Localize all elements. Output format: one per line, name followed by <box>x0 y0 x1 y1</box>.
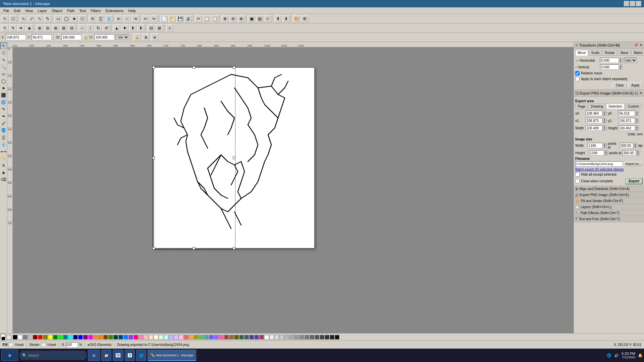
height-down[interactable]: ▼ <box>635 128 639 131</box>
export-png-float-btn[interactable]: ◱ <box>635 91 638 95</box>
redo-btn[interactable]: ↪ <box>150 15 157 22</box>
palette-color[interactable] <box>43 335 48 340</box>
menu-filters[interactable]: Filters <box>89 8 103 13</box>
snap-center-btn[interactable]: ⊕ <box>151 34 158 41</box>
palette-color[interactable] <box>264 335 269 340</box>
height-field-input[interactable] <box>618 125 635 131</box>
palette-color[interactable] <box>294 335 299 340</box>
vertical-input[interactable] <box>600 64 619 70</box>
palette-color[interactable] <box>169 335 173 340</box>
relative-move-checkbox[interactable] <box>575 71 580 75</box>
sel-handle-bm[interactable] <box>193 247 195 250</box>
sel-handle-ml[interactable] <box>152 157 155 159</box>
dpi2-up[interactable]: ▲ <box>636 150 640 153</box>
path-div[interactable]: ⊟ <box>68 24 75 32</box>
raise-btn[interactable]: ▲ <box>113 24 120 32</box>
eyedropper-btn[interactable]: 💧 <box>0 141 7 148</box>
menu-view[interactable]: View <box>23 8 35 13</box>
palette-color[interactable] <box>179 335 183 340</box>
connector-btn[interactable]: ⟷ <box>0 148 7 155</box>
bezier-tool[interactable]: ✎ <box>9 24 17 32</box>
spray-btn[interactable]: ◈ <box>0 169 7 176</box>
palette-color[interactable] <box>284 335 289 340</box>
taskbar-browser[interactable]: 🌐 <box>136 350 146 361</box>
measure-btn[interactable]: 📏 <box>0 155 7 162</box>
menu-edit[interactable]: Edit <box>12 8 22 13</box>
cut-btn[interactable]: ✂ <box>195 15 202 22</box>
dpi-down[interactable]: ▼ <box>633 145 637 148</box>
palette-color[interactable] <box>123 335 128 340</box>
obj-props-btn[interactable]: ⚙ <box>301 15 308 22</box>
x1-down[interactable]: ▼ <box>602 121 606 123</box>
zoom-tool-btn[interactable]: 🔍 <box>0 64 7 70</box>
transform-tab-scale[interactable]: Scale <box>589 50 602 56</box>
close-button[interactable]: ✕ <box>636 1 641 6</box>
zoom-1-btn[interactable]: ⊖ <box>229 15 237 22</box>
x1-up[interactable]: ▲ <box>602 118 606 121</box>
pencil-tool[interactable]: ✎ <box>44 15 51 22</box>
palette-color[interactable] <box>239 335 244 340</box>
palette-color[interactable] <box>38 335 43 340</box>
save-btn[interactable]: 💾 <box>176 15 184 22</box>
palette-color[interactable] <box>149 335 153 340</box>
lower-btn[interactable]: ▼ <box>121 24 128 32</box>
export-tab-selection[interactable]: Selection <box>606 104 625 109</box>
palette-color[interactable] <box>13 335 17 340</box>
export-tab-custom[interactable]: Custom <box>625 104 641 109</box>
align-left-btn[interactable]: ⇤ <box>115 15 123 22</box>
transform-tab-move[interactable]: Move <box>575 50 588 56</box>
export-png-close-btn[interactable]: ✕ <box>639 91 643 95</box>
palette-color[interactable] <box>133 335 138 340</box>
transform-unit-select[interactable]: mm px <box>624 58 637 63</box>
volume-icon[interactable]: 🔊 <box>614 353 619 358</box>
palette-color[interactable] <box>189 335 194 340</box>
taskbar-excel[interactable]: X <box>125 350 135 361</box>
align-distribute-panel[interactable]: ⊞ Align and Distribute (Shift+Ctrl+A) <box>574 186 644 192</box>
palette-color[interactable] <box>93 335 98 340</box>
palette-color[interactable] <box>310 335 314 340</box>
select-tool[interactable]: ↖ <box>1 15 9 22</box>
align-right-btn[interactable]: ⇥ <box>131 15 139 22</box>
flip-v-btn[interactable]: ↕ <box>87 24 94 32</box>
menu-path[interactable]: Path <box>65 8 77 13</box>
palette-color[interactable] <box>83 335 88 340</box>
none-swatch[interactable] <box>7 335 11 340</box>
network-icon[interactable]: 🌐 <box>607 353 611 358</box>
palette-color[interactable] <box>315 335 319 340</box>
select-all-btn[interactable]: ↖ <box>1 24 9 32</box>
dpi-up[interactable]: ▲ <box>633 143 637 145</box>
lock-aspect-btn[interactable]: 🔒 <box>83 35 88 40</box>
eraser-btn[interactable]: ⌫ <box>0 176 7 183</box>
palette-color[interactable] <box>320 335 324 340</box>
transform-tab-rotate[interactable]: Rotate <box>602 50 617 56</box>
snap-page-btn[interactable]: ⊞ <box>142 34 150 41</box>
rotate-cw-btn[interactable]: ↻ <box>95 24 102 32</box>
polygon-tool[interactable]: ⬡ <box>78 15 86 22</box>
menu-object[interactable]: Object <box>50 8 64 13</box>
apply-each-checkbox[interactable] <box>575 77 580 81</box>
gradient-btn[interactable]: ▒ <box>0 134 7 141</box>
taskbar-search[interactable]: 🔍 Search <box>19 351 87 360</box>
palette-color[interactable] <box>325 335 329 340</box>
task-view-btn[interactable]: ⊟ <box>88 350 100 361</box>
batch-export-link[interactable]: Batch export 20 selected objects <box>575 168 643 171</box>
maximize-button[interactable]: □ <box>630 1 635 6</box>
sel-handle-br[interactable] <box>233 247 235 250</box>
bucket-btn[interactable]: 🪣 <box>0 127 7 134</box>
calligraphy-btn[interactable]: 🖊 <box>0 120 7 127</box>
undo-btn[interactable]: ↩ <box>142 15 149 22</box>
transform-tab-skew[interactable]: Skew <box>618 50 631 56</box>
y0-up[interactable]: ▲ <box>635 111 639 113</box>
zoom-fit-btn[interactable]: ⊕ <box>221 15 229 22</box>
palette-color[interactable] <box>300 335 304 340</box>
height-input[interactable] <box>94 34 114 40</box>
unit-select[interactable]: mm px cm <box>116 35 129 40</box>
palette-color[interactable] <box>279 335 284 340</box>
palette-color[interactable] <box>224 335 229 340</box>
sel-handle-bl[interactable] <box>152 247 155 250</box>
width-down[interactable]: ▼ <box>602 128 606 131</box>
palette-color[interactable] <box>305 335 309 340</box>
height-up[interactable]: ▲ <box>635 125 639 128</box>
notifications-icon[interactable]: 🔔 <box>638 353 643 358</box>
palette-color[interactable] <box>128 335 133 340</box>
